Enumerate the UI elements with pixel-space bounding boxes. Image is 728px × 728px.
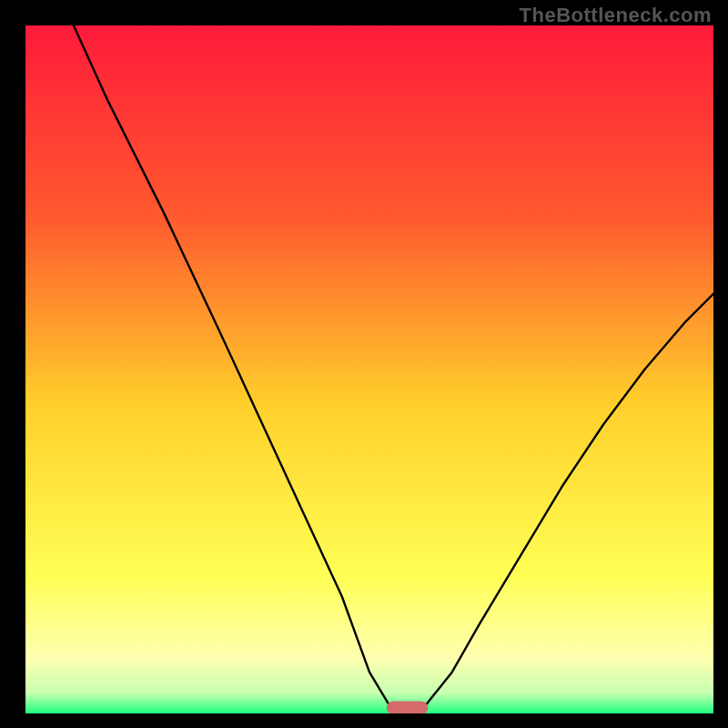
chart-frame: TheBottleneck.com <box>0 0 728 728</box>
chart-background <box>25 25 713 713</box>
bottleneck-chart <box>25 25 713 713</box>
watermark-text: TheBottleneck.com <box>520 4 712 27</box>
bottleneck-marker <box>387 701 428 713</box>
